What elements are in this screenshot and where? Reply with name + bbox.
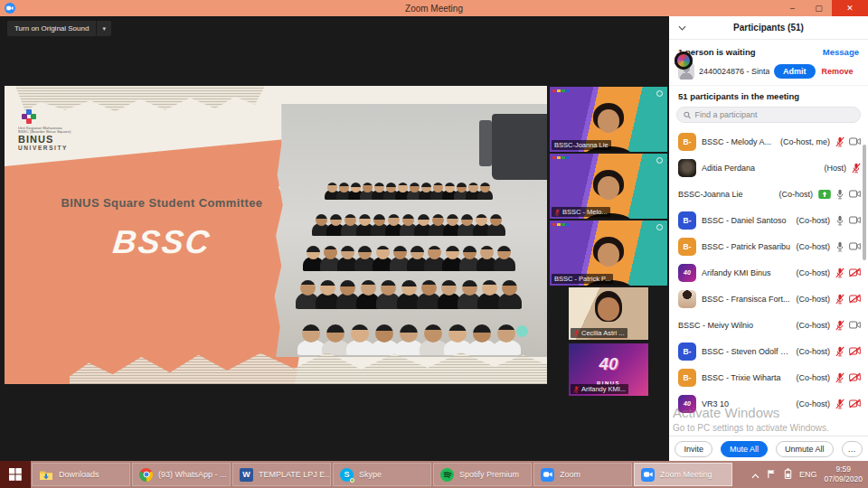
taskbar-item-spotify-premium[interactable]: Spotify Premium	[433, 463, 532, 486]
video-thumbnail[interactable]: BSSC - Melo...	[550, 154, 667, 219]
video-thumbnail[interactable]: Cecilia Astri ...	[569, 287, 648, 340]
clock[interactable]: 9:59 07/09/2020	[824, 465, 863, 484]
participants-list: B-BSSC - Melody A...(Co-host, me)Aditia …	[669, 128, 868, 417]
mic-icon	[835, 241, 844, 252]
scrollbar[interactable]	[863, 145, 866, 260]
battery-icon[interactable]	[784, 466, 792, 483]
participant-name: Aditia Perdana	[702, 164, 819, 173]
participant-row[interactable]: B-BSSC - Steven Odolf Y...(Co-host)	[669, 338, 868, 364]
participants-title: Participants (51)	[669, 23, 868, 33]
windows-logo-icon	[9, 468, 22, 481]
participant-name: Arifandy KMI Binus	[702, 268, 790, 277]
mic-muted-icon	[835, 320, 844, 331]
participant-row[interactable]: B-BSSC - Daniel Santoso(Co-host)	[669, 207, 868, 233]
taskbar-item-skype[interactable]: SSkype	[333, 463, 431, 486]
shared-screen-area: Turn on Original Sound ▾ Unit Kegiatan M…	[0, 16, 669, 461]
waiting-row: 2440024876 - Sinta Admit Remove	[669, 60, 868, 85]
camera-muted-icon	[849, 346, 861, 356]
action-center-flag-icon[interactable]	[767, 466, 777, 483]
participants-footer: Invite Mute All Unmute All …	[669, 436, 868, 461]
participant-row[interactable]: B-BSSC - Trixie Wiharta(Co-host)	[669, 364, 868, 390]
participant-name: BSSC - Daniel Santoso	[702, 216, 790, 225]
taskbar-item-zoom-meeting[interactable]: Zoom Meeting	[634, 463, 732, 486]
mic-muted-icon	[573, 330, 580, 337]
camera-muted-icon	[849, 399, 861, 408]
date: 07/09/2020	[824, 474, 863, 484]
start-button[interactable]	[0, 461, 31, 488]
mute-all-button[interactable]: Mute All	[721, 441, 768, 457]
photo-crowd-row	[270, 183, 547, 201]
chrome-icon	[139, 468, 153, 482]
participant-role: (Co-host)	[796, 373, 830, 382]
taskbar-item-template-lpj-e[interactable]: WTEMPLATE LPJ E...	[232, 463, 331, 486]
participants-header: Participants (51)	[669, 16, 868, 40]
video-thumbnail[interactable]: BSSC-Joanna Lie	[550, 87, 667, 152]
taskbar-items: Downloads(93) WhatsApp - ...WTEMPLATE LP…	[31, 461, 733, 488]
search-input[interactable]	[694, 110, 854, 119]
participant-name: VR3 10	[702, 399, 790, 408]
zoom-meeting-window: Zoom Meeting – ▢ ✕ Turn on Original Soun…	[0, 0, 868, 488]
camera-muted-icon	[849, 294, 861, 304]
video-strip: BSSC-Joanna LieBSSC - Melo...BSSC - Patr…	[550, 87, 667, 399]
participant-role: (Co-host)	[796, 295, 830, 304]
system-tray: ENG 9:59 07/09/2020	[751, 461, 868, 488]
camera-icon	[849, 215, 861, 225]
mic-muted-icon	[835, 346, 844, 357]
participant-row[interactable]: BSSC - Fransisca Fort...(Co-host)	[669, 286, 868, 312]
more-options-button[interactable]: …	[842, 441, 863, 457]
participant-role: (Co-host, me)	[780, 137, 830, 146]
taskbar-item-zoom[interactable]: Zoom	[533, 463, 632, 486]
original-sound-button[interactable]: Turn on Original Sound	[7, 21, 96, 36]
participant-row[interactable]: Aditia Perdana(Host)	[669, 155, 868, 181]
stacked-chairs	[492, 114, 547, 180]
message-link[interactable]: Message	[823, 47, 859, 57]
participant-row[interactable]: B-BSSC - Melody A...(Co-host, me)	[669, 128, 868, 155]
video-thumbnail[interactable]: 40BINUSArifandy KMI...	[569, 343, 648, 396]
taskbar-item-downloads[interactable]: Downloads	[32, 463, 130, 486]
taskbar: Downloads(93) WhatsApp - ...WTEMPLATE LP…	[0, 461, 868, 488]
participant-role: (Co-host)	[778, 190, 813, 199]
screen-share-icon	[818, 190, 831, 199]
in-meeting-header: 51 participants in the meeting	[669, 85, 868, 105]
photo-crowd-row	[270, 280, 547, 309]
participant-role: (Co-host)	[796, 399, 830, 408]
maximize-button[interactable]: ▢	[806, 0, 832, 16]
slide-title: BINUS Square Student Committee	[37, 196, 287, 210]
waiting-participant-name: 2440024876 - Sinta	[699, 67, 769, 76]
spotify-icon	[440, 468, 454, 482]
unmute-all-button[interactable]: Unmute All	[776, 441, 834, 457]
balloon	[516, 325, 528, 337]
admit-button[interactable]: Admit	[774, 64, 816, 79]
binus-logo: Unit Kegiatan Mahasiswa BSSC (Boarder Bi…	[18, 109, 181, 151]
avatar: B-	[678, 133, 696, 151]
close-button[interactable]: ✕	[832, 0, 868, 16]
bg-text-big: 40	[569, 354, 648, 374]
remove-button[interactable]: Remove	[822, 67, 854, 76]
participant-row[interactable]: B-BSSC - Patrick Pasaribu(Co-host)	[669, 233, 868, 259]
participant-row[interactable]: 40Arifandy KMI Binus(Co-host)	[669, 259, 868, 286]
participant-name: BSSC - Fransisca Fort...	[702, 295, 790, 304]
show-hidden-icons[interactable]	[751, 466, 760, 483]
participant-row[interactable]: BSSC - Meivy Wilnio(Co-host)	[669, 312, 868, 338]
video-thumbnail[interactable]: BSSC - Patrick P...	[550, 221, 667, 286]
video-name-label: Arifandy KMI...	[571, 384, 628, 394]
zoom-icon	[541, 468, 554, 482]
taskbar-item-93-whatsapp[interactable]: (93) WhatsApp - ...	[132, 463, 231, 486]
org-line2: BSSC (Boarder Binus Square)	[18, 129, 136, 134]
skype-icon: S	[340, 468, 354, 482]
minimize-button[interactable]: –	[779, 0, 806, 16]
avatar: B-	[678, 238, 696, 256]
taskbar-item-label: (93) WhatsApp - ...	[158, 470, 227, 479]
language-indicator[interactable]: ENG	[799, 470, 817, 479]
participant-row[interactable]: 40VR3 10(Co-host)	[669, 390, 868, 417]
participant-row[interactable]: BSSC-Joanna Lie(Co-host)	[669, 181, 868, 207]
invite-button[interactable]: Invite	[675, 441, 712, 457]
mic-muted-icon	[852, 163, 861, 174]
group-photo	[270, 104, 547, 358]
original-sound-control[interactable]: Turn on Original Sound ▾	[7, 21, 111, 36]
avatar: B-	[678, 343, 696, 361]
search-box[interactable]	[676, 107, 861, 123]
participants-panel: Participants (51) 1 person is waiting Me…	[669, 16, 868, 461]
chevron-down-icon[interactable]: ▾	[97, 21, 111, 36]
avatar: B-	[678, 369, 696, 387]
